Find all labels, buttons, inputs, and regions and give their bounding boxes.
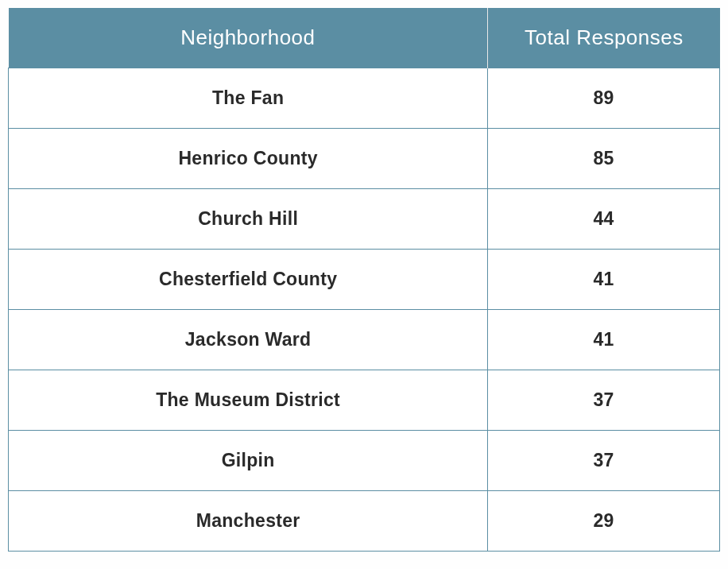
response-count: 41	[488, 310, 720, 370]
table-row: Henrico County 85	[9, 129, 720, 189]
neighborhood-name: Henrico County	[9, 129, 488, 189]
response-count: 89	[488, 68, 720, 129]
header-neighborhood: Neighborhood	[9, 8, 488, 68]
response-count: 41	[488, 250, 720, 310]
response-count: 44	[488, 189, 720, 250]
table-row: The Museum District 37	[9, 370, 720, 431]
neighborhood-name: Church Hill	[9, 189, 488, 250]
table-row: Gilpin 37	[9, 431, 720, 491]
response-count: 37	[488, 431, 720, 491]
header-total-responses: Total Responses	[488, 8, 720, 68]
table-row: Manchester 29	[9, 491, 720, 552]
response-count: 37	[488, 370, 720, 431]
table-row: Church Hill 44	[9, 189, 720, 250]
table-row: Jackson Ward 41	[9, 310, 720, 370]
neighborhood-name: Gilpin	[9, 431, 488, 491]
table-row: Chesterfield County 41	[9, 250, 720, 310]
neighborhood-name: Jackson Ward	[9, 310, 488, 370]
table-body: The Fan 89 Henrico County 85 Church Hill…	[9, 68, 720, 552]
neighborhood-name: The Museum District	[9, 370, 488, 431]
table-header-row: Neighborhood Total Responses	[9, 8, 720, 68]
neighborhood-name: Chesterfield County	[9, 250, 488, 310]
response-count: 85	[488, 129, 720, 189]
neighborhood-name: The Fan	[9, 68, 488, 129]
response-count: 29	[488, 491, 720, 552]
neighborhood-name: Manchester	[9, 491, 488, 552]
table-row: The Fan 89	[9, 68, 720, 129]
responses-table: Neighborhood Total Responses The Fan 89 …	[8, 8, 720, 552]
